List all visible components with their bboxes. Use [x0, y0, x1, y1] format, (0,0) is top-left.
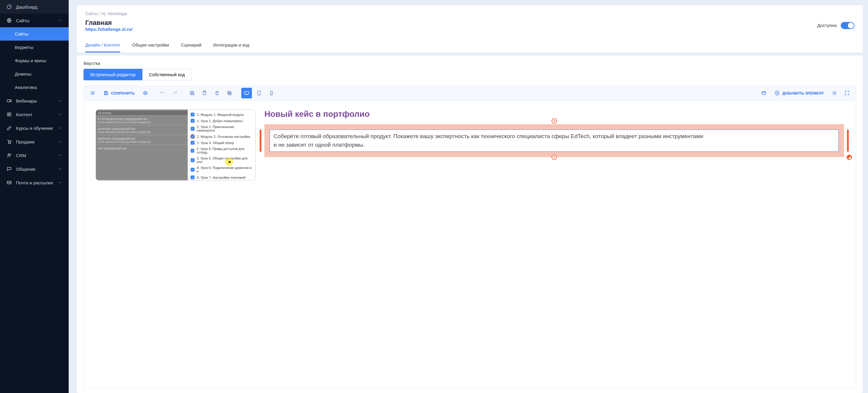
sidebar-label: Дашбоард: [16, 4, 38, 9]
add-element-button[interactable]: ДОБАВИТЬ ЭЛЕМЕНТ: [771, 88, 828, 99]
edit-handle-bottom[interactable]: +: [552, 155, 557, 160]
sidebar-label: Сайты: [15, 31, 28, 36]
menu-button[interactable]: [87, 88, 98, 99]
selected-text-block[interactable]: + Соберёте готовый образовательный проду…: [265, 124, 844, 157]
sidebar-label: Вебинары: [16, 99, 37, 104]
save-button[interactable]: СОХРАНИТЬ: [100, 88, 138, 99]
content-heading[interactable]: Новый кейс в портфолио: [265, 109, 844, 119]
sidebar-item-crm[interactable]: CRM: [0, 148, 69, 162]
text-editor[interactable]: Соберёте готовый образовательный продукт…: [270, 130, 839, 152]
sidebar-label: Продажи: [16, 139, 35, 144]
canvas-wrap: + + ла потока й • Если выполнен предыдущ…: [84, 101, 856, 388]
preview-list-item: ✓1. Урок 1. Добро пожаловать!: [188, 118, 255, 124]
tab-general-settings[interactable]: Общие настройки: [132, 39, 169, 53]
tab-design-content[interactable]: Дизайн / Контент: [85, 39, 120, 53]
preview-list-item: ✓5. Урок 7. Настройка платежей: [188, 174, 255, 180]
svg-point-4: [8, 143, 9, 143]
settings-button[interactable]: [829, 88, 840, 99]
svg-rect-2: [7, 100, 10, 102]
chevron-down-icon: [58, 99, 62, 103]
sidebar-item-webinars[interactable]: Вебинары: [0, 94, 69, 108]
redo-button[interactable]: [169, 88, 180, 99]
cart-icon: [6, 139, 12, 144]
paste-button[interactable]: [199, 88, 210, 99]
preview-list-item: ✓2. Урок 4. Права доступов для сотруд: [188, 146, 255, 155]
fullscreen-button[interactable]: [842, 88, 852, 99]
mail-icon: [6, 180, 12, 185]
tab-scenario[interactable]: Сценарий: [181, 39, 201, 53]
sidebar-item-widgets[interactable]: Виджеты: [0, 40, 69, 54]
main: Сайты / XL.Челлендж Главная https://chal…: [69, 0, 868, 393]
sidebar-label: CRM: [16, 153, 26, 158]
preview-left-header: ла потока: [96, 111, 188, 115]
delete-button[interactable]: [212, 88, 222, 99]
availability-toggle[interactable]: [841, 22, 855, 29]
resize-handle-left[interactable]: [260, 130, 261, 152]
sidebar-item-sites[interactable]: Сайты: [0, 27, 69, 40]
chevron-down-icon: [58, 112, 62, 116]
sidebar: Дашбоард Сайты Сайты Виджеты Формы и кви…: [0, 0, 69, 393]
undo-button[interactable]: [157, 88, 168, 99]
svg-rect-11: [190, 91, 193, 94]
preview-list-item: ✓3. Урок 5. Общие настройки для онл: [188, 155, 255, 165]
preview-list-item: ✓1. Урок 3. Общий обзор: [188, 140, 255, 146]
tab-integrations[interactable]: Интеграции и код: [213, 39, 249, 53]
page-url[interactable]: https://challenge.xl.ru/: [85, 27, 132, 32]
preview-right-pane: ✓1. Модуль 1. Вводный модуль ✓1. Урок 1.…: [188, 110, 255, 180]
text-line: Соберёте готовый образовательный продукт…: [274, 133, 703, 139]
svg-rect-10: [191, 92, 194, 95]
breadcrumb-root[interactable]: Сайты: [85, 11, 98, 16]
chat-icon: [6, 166, 12, 172]
sidebar-item-communication[interactable]: Общение: [0, 162, 69, 176]
layout-custom-code-button[interactable]: Собственный код: [143, 69, 192, 80]
edit-handle-top[interactable]: +: [552, 118, 557, 123]
sidebar-item-sites-group[interactable]: Сайты: [0, 13, 69, 27]
sidebar-item-analytics[interactable]: Аналитика: [0, 81, 69, 94]
window-button[interactable]: [758, 88, 769, 99]
chevron-down-icon: [58, 140, 62, 144]
preview-list-item: ✓1. Модуль 1. Вводный модуль: [188, 111, 255, 118]
chevron-down-icon: [58, 126, 62, 130]
camera-icon: [6, 98, 12, 104]
svg-point-5: [10, 143, 11, 143]
svg-point-21: [834, 92, 835, 94]
tablet-view-button[interactable]: [254, 88, 265, 99]
duplicate-button[interactable]: [224, 88, 235, 99]
gauge-icon: [6, 4, 12, 9]
content-block[interactable]: Новый кейс в портфолио + Соберёте готовы…: [265, 109, 844, 378]
sidebar-item-courses[interactable]: Курсы и обучение: [0, 121, 69, 135]
edit-handle-corner[interactable]: ◢: [847, 155, 852, 160]
availability-label: Доступна: [817, 23, 837, 28]
sidebar-item-sales[interactable]: Продажи: [0, 135, 69, 148]
layout-builtin-button[interactable]: Встроенный редактор: [84, 69, 143, 80]
sidebar-item-dashboard[interactable]: Дашбоард: [0, 0, 69, 13]
sidebar-label: Общение: [16, 167, 35, 172]
svg-rect-19: [762, 91, 766, 95]
svg-point-9: [145, 92, 146, 94]
sidebar-item-mail[interactable]: Почта и рассылки: [0, 176, 69, 189]
sidebar-item-forms[interactable]: Формы и квизы: [0, 54, 69, 67]
resize-handle-right[interactable]: [847, 130, 849, 152]
preview-screenshot[interactable]: ла потока й • Если выполнен предыдущий ш…: [96, 109, 255, 180]
svg-rect-8: [7, 181, 11, 184]
editor-toolbar: СОХРАНИТЬ ДОБАВИТЬ ЭЛЕМЕНТ: [84, 86, 856, 101]
chevron-up-icon: [58, 18, 62, 23]
chevron-down-icon: [58, 167, 62, 171]
sidebar-item-domains[interactable]: Домены: [0, 67, 69, 81]
availability: Доступна: [817, 22, 855, 29]
preview-list-item: ✓2. Урок 2. Приключение начинается: [188, 124, 255, 133]
text-line: и не зависит от одной платформы.: [274, 142, 365, 148]
desktop-view-button[interactable]: [241, 88, 252, 99]
svg-rect-16: [245, 91, 249, 94]
preview-left-pane: ла потока й • Если выполнен предыдущий ш…: [96, 110, 188, 180]
canvas[interactable]: ла потока й • Если выполнен предыдущий ш…: [84, 101, 856, 387]
users-icon: [6, 152, 12, 158]
list-icon: [6, 112, 12, 117]
add-element-label: ДОБАВИТЬ ЭЛЕМЕНТ: [782, 91, 824, 95]
copy-button[interactable]: [187, 88, 197, 99]
sidebar-item-content[interactable]: Контент: [0, 108, 69, 121]
preview-button[interactable]: [140, 88, 151, 99]
mobile-view-button[interactable]: [266, 88, 277, 99]
sidebar-label: Виджеты: [15, 45, 33, 50]
sidebar-label: Контент: [16, 112, 33, 117]
